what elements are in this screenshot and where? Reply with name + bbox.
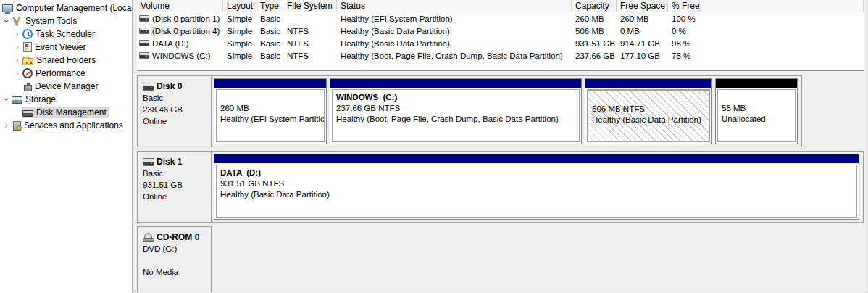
disk-label-line: Basic xyxy=(143,168,206,179)
shared-folder-icon xyxy=(22,58,33,65)
disk-label-cell[interactable]: Disk 1 Basic931.51 GBOnline xyxy=(138,152,212,222)
sidebar-item-task-scheduler[interactable]: › Task Scheduler xyxy=(0,28,132,41)
volume-status: Healthy (Basic Data Partition) xyxy=(337,27,572,36)
partition-size: 931.51 GB NTFS xyxy=(220,178,856,189)
computer-management-window: Computer Management (Local) › System Too… xyxy=(0,0,868,293)
volume-pct-free: 100 % xyxy=(668,15,700,23)
volume-type: Basic xyxy=(256,15,283,23)
partition-unallocated[interactable]: 55 MB Unallocated xyxy=(715,78,798,144)
sidebar-item-label: Computer Management (Local) xyxy=(16,3,133,13)
partition-windows-c[interactable]: WINDOWS (C:) 237.66 GB NTFS Healthy (Boo… xyxy=(330,78,582,144)
sidebar-item-computer-management-local[interactable]: Computer Management (Local) xyxy=(0,1,132,15)
volume-type: Basic xyxy=(256,51,283,60)
sidebar-item-disk-management[interactable]: Disk Management xyxy=(0,106,132,119)
volume-icon xyxy=(139,40,149,46)
volume-capacity: 237.66 GB xyxy=(572,51,617,60)
volume-layout: Simple xyxy=(223,15,256,23)
partition-healthy-basic-data-partition[interactable]: 506 MB NTFS Healthy (Basic Data Partitio… xyxy=(585,78,712,144)
volume-row-windows-c[interactable]: WINDOWS (C:) Simple Basic NTFS Healthy (… xyxy=(137,49,864,62)
hdd-icon xyxy=(143,83,154,91)
sidebar-item-label: Device Manager xyxy=(35,81,98,91)
column-header-layout[interactable]: Layout xyxy=(223,0,256,12)
volume-list-panel: VolumeLayoutTypeFile SystemStatusCapacit… xyxy=(137,0,864,71)
disk-icon xyxy=(22,110,33,117)
volume-free-space: 914.71 GB xyxy=(617,39,668,48)
volume-type: Basic xyxy=(256,27,283,36)
sidebar-item-shared-folders[interactable]: › Shared Folders xyxy=(0,54,132,67)
disk-label-cell[interactable]: Disk 0 Basic238.46 GBOnline xyxy=(138,76,212,146)
partition-healthy-efi-system-partitic[interactable]: 260 MB Healthy (EFI System Partitic xyxy=(214,78,327,144)
volume-layout: Simple xyxy=(223,27,256,36)
computer-icon xyxy=(2,4,13,12)
chevron-icon[interactable]: › xyxy=(1,119,11,132)
partition-status: Healthy (Boot, Page File, Crash Dump, Ba… xyxy=(336,114,579,125)
sidebar-item-device-manager[interactable]: Device Manager xyxy=(0,80,132,93)
disk-title: CD-ROM 0 xyxy=(157,231,199,243)
disk-row-disk-0: Disk 0 Basic238.46 GBOnline 260 MB Healt… xyxy=(137,75,802,147)
volume-icon xyxy=(139,15,149,22)
chevron-icon[interactable]: › xyxy=(12,67,22,80)
sidebar-item-storage[interactable]: › Storage xyxy=(0,93,132,106)
partition-status: Healthy (Basic Data Partition) xyxy=(592,115,709,125)
volume-name: DATA (D:) xyxy=(152,39,189,48)
volume-pct-free: 75 % xyxy=(668,51,700,60)
sidebar-item-label: Services and Applications xyxy=(24,120,123,131)
volume-free-space: 0 MB xyxy=(617,27,668,36)
partition-name xyxy=(592,93,709,104)
volume-filesystem: NTFS xyxy=(283,39,337,48)
partition-color-bar xyxy=(716,79,797,88)
column-header-capacity[interactable]: Capacity xyxy=(572,0,617,12)
partition-size: 55 MB xyxy=(722,103,795,114)
storage-icon xyxy=(12,96,22,104)
sidebar-item-label: System Tools xyxy=(25,16,77,26)
partition-data-d[interactable]: DATA (D:) 931.51 GB NTFS Healthy (Basic … xyxy=(214,154,859,220)
column-header-type[interactable]: Type xyxy=(256,0,283,12)
services-icon xyxy=(13,121,21,131)
chevron-icon[interactable]: › xyxy=(0,95,13,104)
chevron-icon[interactable]: › xyxy=(12,41,22,54)
volume-row-disk-0-partition-4[interactable]: (Disk 0 partition 4) Simple Basic NTFS H… xyxy=(137,25,864,37)
volume-list-header: VolumeLayoutTypeFile SystemStatusCapacit… xyxy=(137,0,864,12)
sidebar-item-services-and-applications[interactable]: › Services and Applications xyxy=(0,119,132,132)
volume-type: Basic xyxy=(256,39,283,48)
partition-color-bar xyxy=(585,79,711,88)
volume-free-space: 260 MB xyxy=(617,15,668,23)
partition-name xyxy=(722,92,795,103)
volume-icon xyxy=(139,28,149,34)
volume-layout: Simple xyxy=(223,39,256,48)
sidebar-item-performance[interactable]: › Performance xyxy=(0,67,132,80)
sidebar-item-label: Event Viewer xyxy=(35,42,85,52)
sidebar-item-label: Storage xyxy=(25,94,56,104)
column-header-free[interactable]: % Free xyxy=(668,0,700,12)
panel-bottom-edge xyxy=(133,292,868,292)
volume-capacity: 931.51 GB xyxy=(572,39,617,48)
volume-filesystem: NTFS xyxy=(283,51,337,60)
column-header-status[interactable]: Status xyxy=(337,0,572,12)
volume-row-disk-0-partition-1[interactable]: (Disk 0 partition 1) Simple Basic Health… xyxy=(137,12,864,25)
hdd-icon xyxy=(143,158,154,166)
console-tree: Computer Management (Local) › System Too… xyxy=(0,0,133,293)
disk-label-cell[interactable]: CD-ROM 0 DVD (G:)No Media xyxy=(138,227,212,292)
sidebar-item-label: Task Scheduler xyxy=(36,29,95,39)
volume-name: (Disk 0 partition 4) xyxy=(152,27,220,36)
volume-icon xyxy=(139,52,149,59)
chevron-icon[interactable]: › xyxy=(12,28,22,41)
chevron-icon[interactable]: › xyxy=(0,17,13,26)
partition-color-bar xyxy=(214,154,859,163)
column-header-volume[interactable]: Volume xyxy=(137,0,223,12)
partition-size: 506 MB NTFS xyxy=(592,104,709,115)
disk-label-line: Online xyxy=(143,191,206,202)
disk-title: Disk 1 xyxy=(157,156,182,168)
volume-row-data-d[interactable]: DATA (D:) Simple Basic NTFS Healthy (Bas… xyxy=(137,37,864,49)
sidebar-item-system-tools[interactable]: › System Tools xyxy=(0,15,132,28)
sidebar-item-event-viewer[interactable]: › Event Viewer xyxy=(0,41,132,54)
cdrom-icon xyxy=(143,233,154,242)
column-header-free-space[interactable]: Free Space xyxy=(617,0,668,12)
chevron-icon[interactable]: › xyxy=(12,54,22,67)
disk-label-line xyxy=(143,255,206,266)
volume-status: Healthy (EFI System Partition) xyxy=(337,15,572,23)
column-header-file-system[interactable]: File System xyxy=(283,0,337,12)
partition-name: WINDOWS (C:) xyxy=(336,92,579,103)
disk-row-cd-rom-0: CD-ROM 0 DVD (G:)No Media xyxy=(137,226,212,292)
volume-status: Healthy (Basic Data Partition) xyxy=(337,39,572,48)
